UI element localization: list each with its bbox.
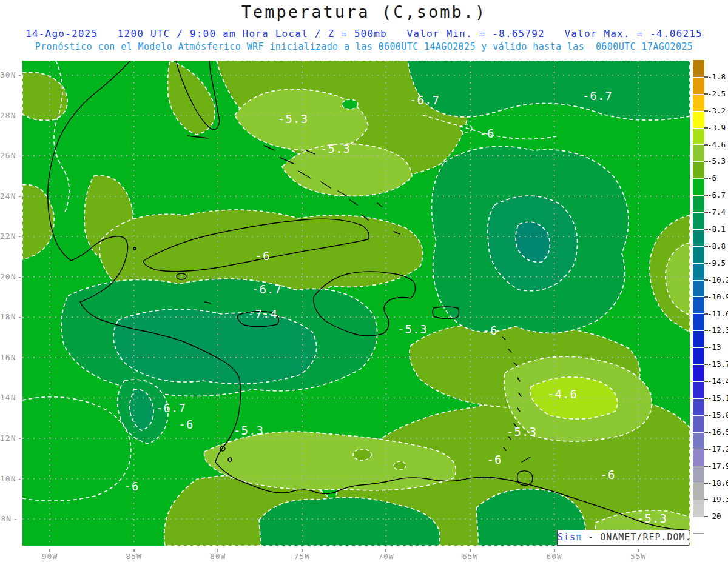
color-bar-segment	[693, 229, 704, 246]
color-bar-segment	[693, 296, 704, 313]
contour-label: -6	[483, 324, 498, 337]
color-bar-segment	[693, 500, 704, 517]
color-bar-segment	[693, 263, 704, 280]
color-bar-segment	[693, 280, 704, 297]
color-bar-tick-label: -9.5	[707, 259, 728, 267]
color-bar-segment	[693, 466, 704, 483]
color-bar-tick-label: -8.1	[707, 225, 728, 233]
color-bar-tick-label: -5.3	[707, 157, 728, 166]
lat-tick-label: 28N	[0, 112, 18, 120]
color-bar	[693, 60, 704, 534]
color-bar-segment	[693, 483, 704, 500]
lat-tick-label: 30N	[0, 71, 18, 79]
color-bar-segment	[693, 246, 704, 263]
color-bar-segment	[693, 195, 704, 212]
color-bar-tick-label: -14.4	[707, 377, 728, 386]
color-bar-tick-label: -7.4	[707, 208, 728, 216]
color-bar-segment	[693, 60, 704, 77]
color-bar-tick-label: -1.8	[707, 73, 728, 81]
color-bar-tick-label: -13	[707, 343, 728, 352]
contour-label: -6	[124, 480, 140, 493]
color-bar-segment	[693, 398, 704, 415]
color-bar-segment	[693, 415, 704, 432]
color-bar-tick-label: -20	[707, 512, 728, 521]
color-bar-tick-label: -10.9	[707, 293, 728, 301]
contour-label: -4.6	[547, 387, 578, 401]
color-bar-tick-label: -13.7	[707, 360, 728, 369]
lon-tick-label: 55W	[626, 549, 650, 561]
watermark-sis: Sis	[558, 532, 576, 543]
lon-tick-label: 75W	[290, 549, 314, 561]
contour-label: -6.7	[410, 93, 440, 107]
lon-tick-label: 90W	[38, 549, 62, 561]
color-bar-tick-label: -12.3	[707, 326, 728, 335]
color-bar-segment	[693, 313, 704, 330]
color-bar-segment	[693, 449, 704, 466]
color-bar-tick-label: -15.1	[707, 394, 728, 403]
color-bar-segment	[693, 94, 704, 111]
lon-tick-label: 85W	[122, 549, 146, 561]
color-bar-tick-label: -17.9	[707, 462, 728, 470]
contour-label: -5.3	[637, 512, 667, 525]
contour-label: -7.4	[248, 307, 278, 321]
color-bar-segment	[693, 364, 704, 381]
contour-label: -6	[179, 418, 194, 431]
contour-label: -5.3	[320, 142, 351, 155]
plot-subtitle-model: Pronóstico con el Modelo Atmósferico WRF…	[0, 41, 728, 52]
lat-tick-label: 10N	[0, 475, 18, 483]
map-area: -5.3-5.3-6.7-6.7-6-6-6.7-7.4-5.3-6-4.6-5…	[22, 61, 690, 546]
color-bar-tick-label: -8.8	[707, 242, 728, 250]
contour-label: -5.3	[507, 425, 537, 438]
color-bar-tick-label: -6	[707, 174, 728, 182]
lat-tick-label: 8N	[0, 515, 18, 523]
lat-tick-label: 24N	[0, 192, 18, 201]
lat-tick-label: 22N	[0, 232, 18, 241]
contour-label: -6.7	[156, 401, 186, 415]
color-bar-segment	[693, 212, 704, 229]
color-bar-segment	[693, 144, 704, 161]
color-bar-tick-label: -2.5	[707, 90, 728, 98]
watermark-onamet: - ONAMET/REP.DOM.	[582, 532, 692, 543]
color-bar-tick-label: -10.2	[707, 276, 728, 284]
weather-map-page: Temperatura (C,somb.) 14-Ago-2025 1200 U…	[0, 0, 728, 562]
color-bar-tick-label: -17.2	[707, 445, 728, 453]
color-bar-segment	[693, 517, 704, 534]
color-bar-segment	[693, 381, 704, 398]
temperature-contour-map: -5.3-5.3-6.7-6.7-6-6-6.7-7.4-5.3-6-4.6-5…	[22, 61, 690, 546]
contour-label: -6	[255, 249, 271, 263]
color-bar-tick-label: -11.6	[707, 310, 728, 318]
lon-tick-label: 60W	[542, 549, 567, 561]
lon-tick-label: 70W	[374, 549, 398, 561]
plot-subtitle-validtime: 14-Ago-2025 1200 UTC / 9:00 am Hora Loca…	[0, 28, 728, 39]
color-bar-tick-label: -19.3	[707, 495, 728, 504]
lat-tick-label: 20N	[0, 273, 18, 281]
color-bar-tick-label: -15.8	[707, 411, 728, 420]
color-bar-tick-label: -18.6	[707, 479, 728, 487]
color-bar-tick-label: -3.2	[707, 107, 728, 115]
lat-tick-label: 16N	[0, 353, 18, 362]
color-bar-tick-label: -16.5	[707, 428, 728, 437]
lat-tick-label: 26N	[0, 152, 18, 160]
contour-label: -6.7	[252, 283, 282, 296]
watermark-box: Sisπ - ONAMET/REP.DOM.	[557, 530, 689, 546]
color-bar-segment	[693, 111, 704, 128]
plot-title: Temperatura (C,somb.)	[0, 2, 728, 21]
color-bar-segment	[693, 128, 704, 145]
color-bar-tick-label: -3.9	[707, 124, 728, 132]
watermark-pi-icon: π	[576, 532, 582, 543]
color-bar-segment	[693, 432, 704, 449]
color-bar-segment	[693, 330, 704, 347]
lon-tick-label: 65W	[458, 549, 482, 561]
contour-label: -6	[487, 453, 502, 466]
contour-label: -6	[601, 468, 616, 481]
contour-label: -6.7	[582, 89, 613, 102]
contour-label: -5.3	[278, 112, 308, 125]
color-bar-tick-label: -4.6	[707, 141, 728, 149]
lat-tick-label: 12N	[0, 434, 18, 443]
lat-tick-label: 14N	[0, 393, 18, 402]
color-bar-segment	[693, 77, 704, 94]
contour-label: -6	[480, 127, 495, 140]
color-bar-tick-label: -6.7	[707, 191, 728, 199]
lon-tick-label: 80W	[206, 549, 230, 561]
color-bar-segment	[693, 178, 704, 195]
